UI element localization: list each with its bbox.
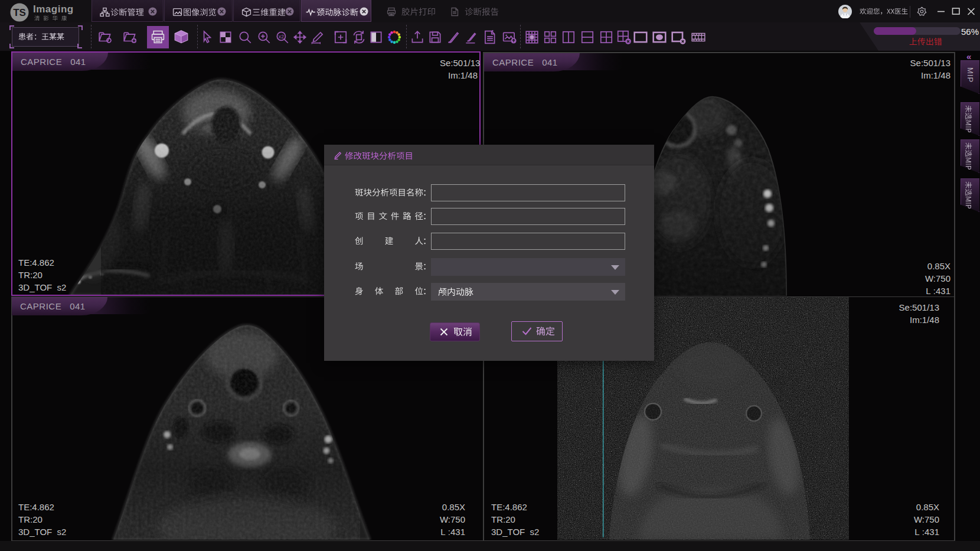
svg-text:x2: x2 xyxy=(279,34,284,40)
svg-text:TS: TS xyxy=(13,7,26,18)
